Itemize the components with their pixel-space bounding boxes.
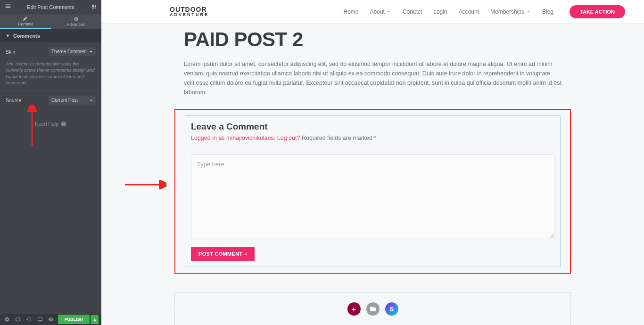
help-icon: [61, 121, 66, 127]
chevron-down-icon: [526, 9, 531, 14]
add-section-icons: + S: [184, 302, 561, 316]
take-action-button[interactable]: TAKE ACTION: [570, 5, 625, 18]
logged-in-link[interactable]: Logged in as mihajlovicnikolans: [191, 135, 274, 141]
control-source: Source Current Post: [0, 91, 101, 109]
add-template-icon[interactable]: [366, 302, 380, 316]
menu-icon[interactable]: [5, 3, 14, 11]
panel-tabs: Content Advanced: [0, 14, 101, 29]
apps-icon[interactable]: [87, 3, 97, 11]
publish-options[interactable]: ▲: [91, 315, 99, 324]
comments-widget-selected[interactable]: Leave a Comment Logged in as mihajlovicn…: [174, 109, 571, 274]
add-section-icon[interactable]: +: [347, 302, 361, 316]
tab-advanced[interactable]: Advanced: [51, 14, 102, 29]
skin-select[interactable]: Theme Comments: [49, 47, 96, 56]
nav-login[interactable]: Login: [433, 8, 447, 15]
source-select[interactable]: Current Post: [49, 96, 96, 105]
nav-account[interactable]: Account: [459, 8, 479, 15]
comment-textarea[interactable]: [191, 154, 554, 238]
required-note: Required fields are marked *: [302, 135, 376, 141]
source-label: Source: [6, 98, 21, 103]
chevron-down-icon: [387, 9, 391, 14]
site-header: OUTDOOR ADVENTURE Home About Contact Log…: [101, 0, 644, 24]
nav-blog[interactable]: Blog: [542, 8, 553, 15]
logout-link[interactable]: Log out?: [277, 135, 300, 141]
add-section-area[interactable]: + S: [174, 292, 571, 325]
publish-button[interactable]: PUBLISH: [58, 315, 90, 324]
nav-memberships[interactable]: Memberships: [490, 8, 531, 15]
comment-logged-line: Logged in as mihajlovicnikolans. Log out…: [191, 135, 554, 141]
preview-area: OUTDOOR ADVENTURE Home About Contact Log…: [101, 0, 644, 325]
skin-description: The Theme Comments skin uses the current…: [0, 61, 101, 91]
preview-icon[interactable]: [47, 315, 55, 324]
post-body: Lorem ipsum dolor sit amet, consectetur …: [184, 59, 561, 97]
panel-header: Edit Post Comments: [0, 0, 101, 14]
need-help-link[interactable]: Need Help: [0, 109, 101, 138]
responsive-icon[interactable]: [36, 315, 44, 324]
nav-contact[interactable]: Contact: [403, 8, 422, 15]
post-title: PAID POST 2: [184, 28, 561, 51]
pencil-icon: [23, 16, 28, 21]
gear-icon: [74, 16, 79, 22]
caret-down-icon: ▼: [6, 33, 10, 38]
main-nav: Home About Contact Login Account Members…: [344, 5, 625, 18]
bottom-bar: PUBLISH ▲: [0, 314, 101, 325]
nav-about[interactable]: About: [370, 8, 391, 15]
section-comments[interactable]: ▼ Comments: [0, 29, 101, 42]
favorites-icon[interactable]: S: [385, 302, 398, 316]
control-skin: Skin Theme Comments: [0, 42, 101, 61]
tab-content[interactable]: Content: [0, 14, 51, 29]
post-comment-button[interactable]: POST COMMENT »: [191, 247, 255, 261]
comment-heading: Leave a Comment: [191, 122, 554, 132]
site-logo[interactable]: OUTDOOR ADVENTURE: [170, 7, 209, 17]
elementor-panel: Edit Post Comments Content Advanced ▼ Co…: [0, 0, 101, 325]
settings-icon[interactable]: [3, 315, 11, 324]
panel-title: Edit Post Comments: [14, 4, 87, 10]
content-area: PAID POST 2 Lorem ipsum dolor sit amet, …: [101, 24, 644, 325]
navigator-icon[interactable]: [14, 315, 22, 324]
comments-widget-inner: Leave a Comment Logged in as mihajlovicn…: [185, 115, 561, 267]
history-icon[interactable]: [25, 315, 33, 324]
nav-home[interactable]: Home: [344, 8, 359, 15]
skin-label: Skin: [6, 49, 15, 55]
